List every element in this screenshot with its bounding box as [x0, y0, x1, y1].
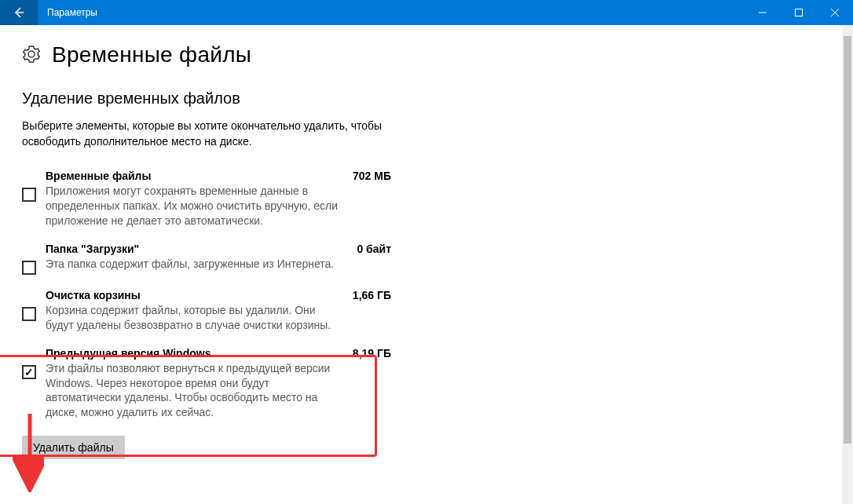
item-desc: Эта папка содержит файлы, загруженные из…	[46, 257, 344, 272]
page-title: Временные файлы	[52, 42, 251, 68]
checkbox-temp-files[interactable]	[22, 188, 36, 202]
item-size: 1,66 ГБ	[353, 289, 391, 301]
item-title: Временные файлы	[46, 170, 151, 182]
checkbox-downloads[interactable]	[22, 261, 36, 275]
checkbox-previous-windows[interactable]	[22, 365, 36, 379]
close-icon	[831, 9, 839, 16]
section-heading: Удаление временных файлов	[22, 89, 831, 108]
maximize-button[interactable]	[781, 0, 817, 25]
gear-icon	[22, 45, 41, 66]
intro-text: Выберите элементы, которые вы хотите око…	[22, 119, 399, 149]
list-item: Очистка корзины 1,66 ГБ Корзина содержит…	[22, 283, 391, 341]
delete-files-button[interactable]: Удалить файлы	[22, 436, 125, 459]
minimize-button[interactable]	[745, 0, 781, 25]
item-size: 8,19 ГБ	[353, 347, 391, 360]
minimize-icon	[759, 9, 767, 16]
item-size: 0 байт	[357, 243, 391, 255]
titlebar: Параметры	[0, 0, 853, 25]
item-desc: Корзина содержит файлы, которые вы удали…	[46, 303, 344, 333]
scrollbar-thumb[interactable]	[844, 36, 851, 444]
list-item: Предыдущая версия Windows 8,19 ГБ Эти фа…	[22, 341, 391, 429]
maximize-icon	[795, 9, 803, 16]
item-desc: Приложения могут сохранять временные дан…	[46, 184, 344, 228]
item-title: Предыдущая версия Windows	[46, 347, 211, 360]
item-title: Очистка корзины	[46, 289, 141, 301]
item-title: Папка "Загрузки"	[46, 243, 139, 255]
window-title: Параметры	[38, 7, 97, 18]
back-arrow-icon	[13, 6, 25, 19]
item-desc: Эти файлы позволяют вернуться к предыдущ…	[46, 361, 344, 421]
list-item: Папка "Загрузки" 0 байт Эта папка содерж…	[22, 236, 391, 283]
vertical-scrollbar[interactable]	[842, 25, 853, 504]
list-item: Временные файлы 702 МБ Приложения могут …	[22, 163, 391, 236]
content-area: Временные файлы Удаление временных файло…	[0, 25, 853, 504]
close-button[interactable]	[817, 0, 853, 25]
back-button[interactable]	[0, 0, 38, 25]
item-size: 702 МБ	[353, 170, 391, 182]
svg-rect-2	[796, 9, 803, 16]
checkbox-recycle-bin[interactable]	[22, 307, 36, 321]
